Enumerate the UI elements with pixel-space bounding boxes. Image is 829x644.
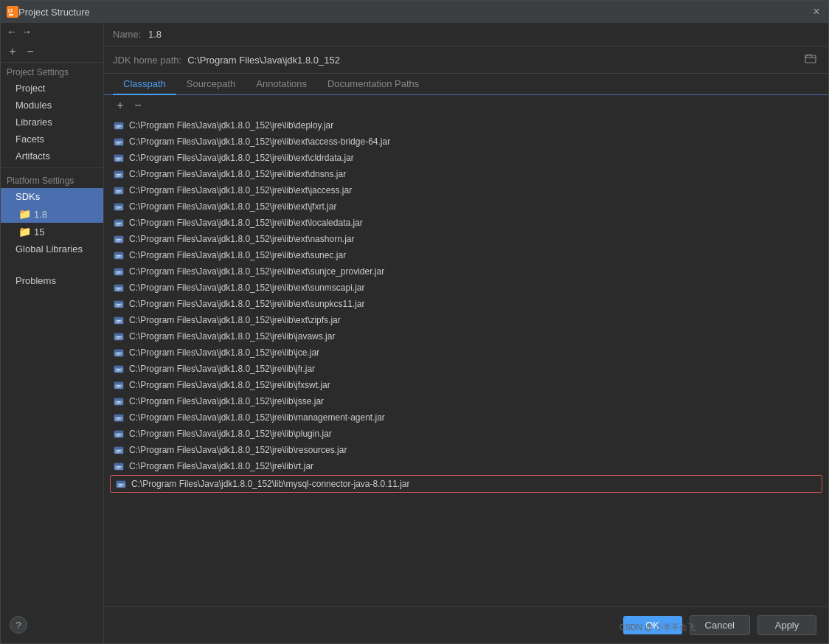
- svg-rect-29: [114, 220, 123, 222]
- svg-text:IJ: IJ: [8, 8, 13, 13]
- platform-settings-section-label: Platform Settings: [1, 171, 103, 188]
- classpath-item[interactable]: C:\Program Files\Java\jdk1.8.0_152\jre\l…: [104, 263, 828, 280]
- jdk-path-label: JDK home path:: [113, 55, 181, 66]
- svg-rect-51: [117, 306, 119, 307]
- svg-rect-26: [117, 207, 121, 208]
- sidebar-remove-button[interactable]: −: [23, 44, 38, 59]
- classpath-item[interactable]: C:\Program Files\Java\jdk1.8.0_152\jre\l…: [104, 312, 828, 328]
- nav-back-button[interactable]: ←: [7, 26, 17, 38]
- cancel-button[interactable]: Cancel: [690, 615, 750, 635]
- svg-rect-73: [114, 398, 123, 401]
- svg-rect-39: [117, 257, 119, 258]
- svg-rect-38: [117, 255, 121, 257]
- classpath-add-button[interactable]: +: [113, 98, 128, 113]
- jar-icon: [113, 363, 125, 375]
- svg-rect-58: [117, 336, 121, 338]
- tab-documentation[interactable]: Documentation Paths: [317, 74, 429, 95]
- classpath-remove-button[interactable]: −: [131, 98, 145, 113]
- tab-annotations[interactable]: Annotations: [246, 74, 317, 95]
- svg-rect-9: [114, 139, 123, 141]
- jar-icon: [113, 428, 125, 440]
- svg-rect-27: [117, 209, 119, 210]
- classpath-item[interactable]: C:\Program Files\Java\jdk1.8.0_152\jre\l…: [104, 361, 828, 377]
- classpath-item[interactable]: C:\Program Files\Java\jdk1.8.0_152\jre\l…: [104, 442, 828, 458]
- jar-icon: [113, 136, 125, 148]
- classpath-item[interactable]: C:\Program Files\Java\jdk1.8.0_152\jre\l…: [104, 182, 828, 198]
- classpath-item[interactable]: C:\Program Files\Java\jdk1.8.0_152\jre\l…: [104, 150, 828, 166]
- svg-rect-5: [114, 122, 123, 125]
- svg-rect-54: [117, 320, 121, 322]
- sidebar-item-problems[interactable]: Problems: [1, 272, 103, 289]
- sidebar-tree-item-15[interactable]: 📁 15: [1, 223, 103, 240]
- svg-rect-57: [114, 333, 123, 336]
- classpath-item[interactable]: C:\Program Files\Java\jdk1.8.0_152\jre\l…: [104, 393, 828, 409]
- classpath-item[interactable]: C:\Program Files\Java\jdk1.8.0_152\jre\l…: [104, 458, 828, 474]
- name-value: 1.8: [148, 29, 162, 40]
- classpath-item[interactable]: C:\Program Files\Java\jdk1.8.0_152\jre\l…: [104, 328, 828, 344]
- tab-sourcepath[interactable]: Sourcepath: [176, 74, 246, 95]
- classpath-item[interactable]: C:\Program Files\Java\jdk1.8.0_152\jre\l…: [104, 231, 828, 247]
- classpath-item[interactable]: C:\Program Files\Java\jdk1.8.0_152\jre\l…: [104, 409, 828, 426]
- svg-rect-41: [114, 269, 123, 271]
- jar-icon: [113, 379, 125, 391]
- svg-rect-49: [114, 301, 123, 303]
- sidebar-add-button[interactable]: +: [5, 44, 20, 59]
- svg-rect-23: [117, 193, 119, 193]
- classpath-toolbar: + −: [104, 95, 828, 116]
- svg-rect-74: [117, 401, 121, 403]
- help-button[interactable]: ?: [10, 616, 27, 634]
- sdk-18-label: 1.8: [34, 209, 47, 220]
- jar-icon: [113, 233, 125, 245]
- sidebar-item-global-libraries[interactable]: Global Libraries: [1, 240, 103, 257]
- classpath-item-highlighted[interactable]: C:\Program Files\Java\jdk1.8.0_152\lib\m…: [110, 475, 822, 493]
- svg-rect-17: [114, 171, 123, 173]
- right-panel: Name: 1.8 JDK home path: C:\Program File…: [104, 23, 828, 643]
- svg-rect-7: [117, 128, 119, 128]
- close-button[interactable]: ×: [811, 6, 822, 18]
- classpath-item[interactable]: C:\Program Files\Java\jdk1.8.0_152\jre\l…: [104, 344, 828, 361]
- svg-rect-14: [117, 158, 121, 159]
- classpath-item[interactable]: C:\Program Files\Java\jdk1.8.0_152\jre\l…: [104, 134, 828, 150]
- svg-rect-82: [117, 434, 121, 435]
- sidebar-toolbar: + −: [1, 41, 103, 63]
- sidebar-item-facets[interactable]: Facets: [1, 131, 103, 148]
- jdk-path-browse-button[interactable]: [802, 51, 819, 69]
- svg-rect-89: [114, 463, 123, 465]
- jar-icon: [113, 217, 125, 229]
- sidebar-item-sdks[interactable]: SDKs: [1, 188, 103, 205]
- classpath-item[interactable]: C:\Program Files\Java\jdk1.8.0_152\jre\l…: [104, 280, 828, 296]
- classpath-item[interactable]: C:\Program Files\Java\jdk1.8.0_152\jre\l…: [104, 117, 828, 134]
- classpath-item[interactable]: C:\Program Files\Java\jdk1.8.0_152\jre\l…: [104, 377, 828, 393]
- classpath-item[interactable]: C:\Program Files\Java\jdk1.8.0_152\jre\l…: [104, 247, 828, 263]
- classpath-item[interactable]: C:\Program Files\Java\jdk1.8.0_152\jre\l…: [104, 198, 828, 215]
- classpath-item[interactable]: C:\Program Files\Java\jdk1.8.0_152\jre\l…: [104, 296, 828, 312]
- dialog-title: Project Structure: [18, 7, 811, 18]
- svg-rect-25: [114, 204, 123, 206]
- classpath-item[interactable]: C:\Program Files\Java\jdk1.8.0_152\jre\l…: [104, 426, 828, 442]
- svg-rect-91: [117, 468, 119, 469]
- sdk-name-row: Name: 1.8: [104, 23, 828, 46]
- sdk-folder-icon: 📁: [18, 208, 31, 220]
- sdk-15-folder-icon: 📁: [18, 226, 31, 238]
- svg-rect-37: [114, 252, 123, 255]
- svg-rect-70: [117, 385, 121, 387]
- sidebar-tree-item-18[interactable]: 📁 1.8: [1, 205, 103, 223]
- svg-rect-35: [117, 241, 119, 242]
- svg-rect-53: [114, 317, 123, 319]
- sidebar-item-project[interactable]: Project: [1, 80, 103, 97]
- sidebar-item-artifacts[interactable]: Artifacts: [1, 148, 103, 165]
- sidebar-item-modules[interactable]: Modules: [1, 97, 103, 114]
- tab-classpath[interactable]: Classpath: [113, 74, 176, 95]
- classpath-item[interactable]: C:\Program Files\Java\jdk1.8.0_152\jre\l…: [104, 166, 828, 182]
- svg-rect-94: [119, 484, 123, 485]
- classpath-list[interactable]: C:\Program Files\Java\jdk1.8.0_152\jre\l…: [104, 116, 828, 606]
- sdk-15-label: 15: [34, 226, 44, 238]
- jar-icon: [113, 412, 125, 423]
- classpath-item[interactable]: C:\Program Files\Java\jdk1.8.0_152\jre\l…: [104, 215, 828, 231]
- apply-button[interactable]: Apply: [757, 615, 816, 635]
- jar-icon: [113, 298, 125, 310]
- svg-rect-6: [117, 125, 121, 127]
- sidebar-item-libraries[interactable]: Libraries: [1, 114, 103, 131]
- nav-forward-button[interactable]: →: [21, 26, 32, 38]
- jar-icon: [113, 120, 125, 131]
